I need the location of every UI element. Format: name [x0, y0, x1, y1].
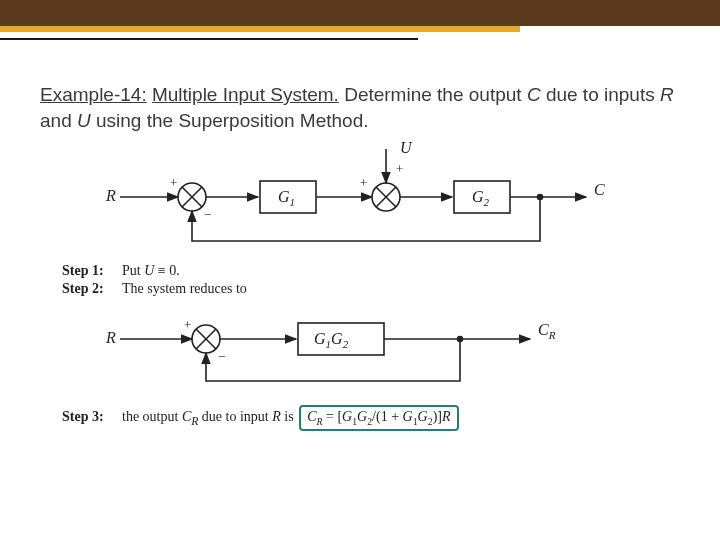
- black-line: [0, 38, 418, 40]
- d1-minus1: −: [204, 207, 211, 222]
- var-u: U: [77, 110, 91, 131]
- d1-plus3: +: [396, 161, 403, 176]
- d2-plus: +: [184, 317, 191, 332]
- brown-bar: [0, 0, 720, 26]
- block-diagram-1: R U C G1 G2 + − + +: [100, 137, 620, 257]
- d1-U: U: [400, 139, 413, 156]
- title-underlined: Multiple Input System.: [152, 84, 339, 105]
- var-r: R: [660, 84, 674, 105]
- step3-text: the output CR due to input R is CR = [G1…: [122, 405, 459, 431]
- d1-C: C: [594, 181, 605, 198]
- step3-label: Step 3:: [62, 409, 122, 425]
- header-bars: [0, 0, 720, 40]
- d1-R: R: [105, 187, 116, 204]
- d2-R: R: [105, 329, 116, 346]
- d2-CR: CR: [538, 321, 556, 341]
- step1-text: Put U ≡ 0.: [122, 263, 180, 279]
- block-diagram-2: R CR G1G2 + −: [100, 299, 620, 399]
- title-body-2: due to inputs: [541, 84, 660, 105]
- step2-label: Step 2:: [62, 281, 122, 297]
- var-c: C: [527, 84, 541, 105]
- d2-minus: −: [218, 349, 225, 364]
- d1-plus1: +: [170, 175, 177, 190]
- step-3: Step 3: the output CR due to input R is …: [62, 405, 680, 431]
- title-body-1: Determine the output: [344, 84, 527, 105]
- content: Example-14: Multiple Input System. Deter…: [40, 82, 680, 433]
- example-label: Example-14:: [40, 84, 147, 105]
- result-formula-box: CR = [G1G2/(1 + G1G2)]R: [299, 405, 458, 431]
- title-block: Example-14: Multiple Input System. Deter…: [40, 82, 680, 133]
- title-body-3: using the Superposition Method.: [91, 110, 369, 131]
- step1-label: Step 1:: [62, 263, 122, 279]
- gold-bar: [0, 26, 520, 32]
- steps-1-2: Step 1: Put U ≡ 0. Step 2: The system re…: [62, 263, 680, 297]
- step2-text: The system reduces to: [122, 281, 247, 297]
- title-and: and: [40, 110, 77, 131]
- d1-plus2: +: [360, 175, 367, 190]
